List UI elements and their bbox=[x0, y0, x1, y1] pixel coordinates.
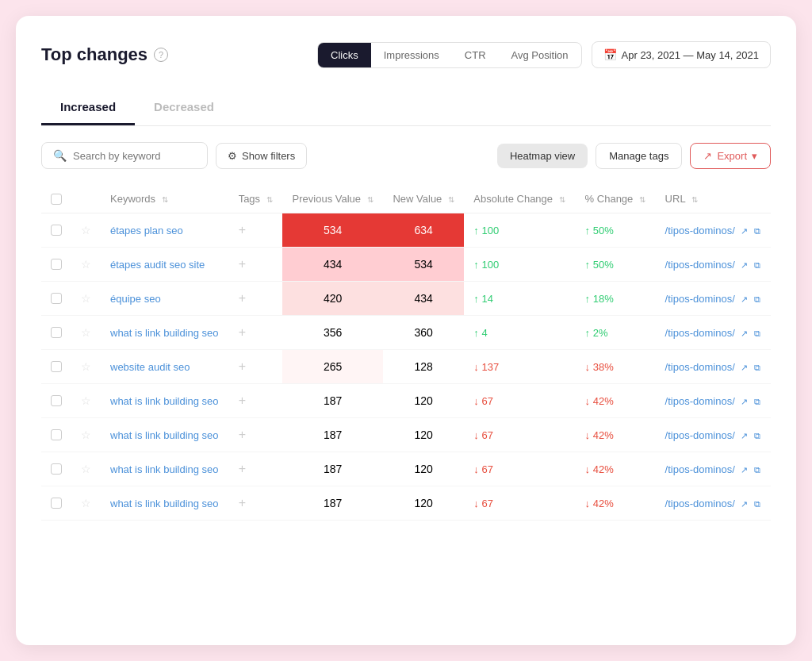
add-tag-button[interactable]: + bbox=[239, 394, 246, 407]
search-input[interactable] bbox=[73, 150, 196, 162]
copy-icon[interactable]: ⧉ bbox=[754, 397, 760, 406]
row-star-cell: ☆ bbox=[71, 316, 101, 350]
th-star bbox=[71, 185, 101, 213]
keyword-link[interactable]: what is link building seo bbox=[110, 498, 219, 509]
filter-icon: ⚙ bbox=[228, 150, 237, 162]
sort-abs-icon[interactable]: ⇅ bbox=[559, 195, 565, 204]
metric-tabs: Clicks Impressions CTR Avg Position bbox=[317, 42, 582, 68]
date-range-picker[interactable]: 📅 Apr 23, 2021 — May 14, 2021 bbox=[592, 41, 771, 68]
keyword-link[interactable]: website audit seo bbox=[110, 361, 190, 373]
external-link-icon[interactable]: ↗ bbox=[741, 363, 748, 372]
row-checkbox[interactable] bbox=[51, 293, 62, 304]
add-tag-button[interactable]: + bbox=[239, 291, 246, 305]
select-all-checkbox[interactable] bbox=[51, 194, 62, 205]
row-checkbox[interactable] bbox=[51, 429, 62, 440]
th-keywords: Keywords ⇅ bbox=[101, 185, 229, 213]
pct-change-value: ↓ 42% bbox=[585, 498, 614, 509]
pct-change-cell: ↓ 42% bbox=[576, 452, 656, 486]
sort-keywords-icon[interactable]: ⇅ bbox=[162, 195, 168, 204]
sort-url-icon[interactable]: ⇅ bbox=[691, 195, 698, 204]
url-link[interactable]: /tipos-dominos/ bbox=[665, 463, 735, 475]
url-link[interactable]: /tipos-dominos/ bbox=[665, 327, 735, 339]
url-link[interactable]: /tipos-dominos/ bbox=[665, 259, 735, 271]
url-link[interactable]: /tipos-dominos/ bbox=[665, 225, 735, 236]
tab-avg-position[interactable]: Avg Position bbox=[499, 43, 581, 67]
new-value-cell: 128 bbox=[383, 350, 464, 384]
copy-icon[interactable]: ⧉ bbox=[754, 465, 760, 475]
add-tag-button[interactable]: + bbox=[239, 223, 246, 236]
sort-pct-icon[interactable]: ⇅ bbox=[639, 195, 645, 204]
pct-change-cell: ↓ 42% bbox=[576, 418, 656, 452]
url-link[interactable]: /tipos-dominos/ bbox=[665, 395, 735, 407]
keyword-link[interactable]: équipe seo bbox=[110, 293, 161, 305]
copy-icon[interactable]: ⧉ bbox=[754, 431, 760, 440]
url-link[interactable]: /tipos-dominos/ bbox=[665, 429, 735, 441]
star-icon[interactable]: ☆ bbox=[81, 463, 91, 475]
keyword-link[interactable]: what is link building seo bbox=[110, 327, 219, 339]
copy-icon[interactable]: ⧉ bbox=[754, 363, 760, 372]
tab-increased[interactable]: Increased bbox=[41, 90, 135, 125]
manage-tags-button[interactable]: Manage tags bbox=[596, 143, 682, 169]
url-link[interactable]: /tipos-dominos/ bbox=[665, 498, 735, 509]
sort-tags-icon[interactable]: ⇅ bbox=[266, 195, 273, 204]
keyword-link[interactable]: what is link building seo bbox=[110, 395, 219, 407]
url-link[interactable]: /tipos-dominos/ bbox=[665, 293, 735, 305]
external-link-icon[interactable]: ↗ bbox=[741, 260, 748, 270]
keyword-link[interactable]: étapes plan seo bbox=[110, 225, 183, 236]
heatmap-view-button[interactable]: Heatmap view bbox=[497, 144, 588, 168]
star-icon[interactable]: ☆ bbox=[81, 326, 91, 339]
external-link-icon[interactable]: ↗ bbox=[741, 294, 748, 304]
add-tag-button[interactable]: + bbox=[239, 325, 246, 339]
export-button[interactable]: ↗ Export ▾ bbox=[690, 143, 771, 169]
new-value-cell: 120 bbox=[383, 384, 464, 418]
help-icon[interactable]: ? bbox=[154, 48, 168, 62]
add-tag-button[interactable]: + bbox=[239, 257, 246, 271]
row-checkbox[interactable] bbox=[51, 463, 62, 475]
row-checkbox-cell bbox=[41, 213, 71, 248]
star-icon[interactable]: ☆ bbox=[81, 292, 91, 305]
add-tag-button[interactable]: + bbox=[239, 462, 246, 475]
star-icon[interactable]: ☆ bbox=[81, 497, 91, 509]
copy-icon[interactable]: ⧉ bbox=[754, 329, 760, 338]
tab-impressions[interactable]: Impressions bbox=[371, 43, 452, 67]
copy-icon[interactable]: ⧉ bbox=[754, 260, 760, 270]
tab-ctr[interactable]: CTR bbox=[452, 43, 499, 67]
add-tag-button[interactable]: + bbox=[239, 496, 246, 509]
star-icon[interactable]: ☆ bbox=[81, 258, 91, 271]
show-filters-button[interactable]: ⚙ Show filters bbox=[216, 143, 307, 169]
prev-value-cell: 434 bbox=[282, 248, 383, 282]
keyword-link[interactable]: what is link building seo bbox=[110, 429, 219, 441]
sort-new-icon[interactable]: ⇅ bbox=[448, 195, 454, 204]
external-link-icon[interactable]: ↗ bbox=[741, 397, 748, 406]
row-checkbox-cell bbox=[41, 486, 71, 521]
keyword-link[interactable]: étapes audit seo site bbox=[110, 259, 205, 271]
row-checkbox[interactable] bbox=[51, 327, 62, 338]
external-link-icon[interactable]: ↗ bbox=[741, 465, 748, 475]
new-value-cell: 360 bbox=[383, 316, 464, 350]
header-right: Clicks Impressions CTR Avg Position 📅 Ap… bbox=[317, 41, 771, 68]
row-checkbox[interactable] bbox=[51, 361, 62, 372]
add-tag-button[interactable]: + bbox=[239, 428, 246, 441]
row-checkbox[interactable] bbox=[51, 225, 62, 236]
star-icon[interactable]: ☆ bbox=[81, 428, 91, 441]
external-link-icon[interactable]: ↗ bbox=[741, 226, 748, 236]
tab-clicks[interactable]: Clicks bbox=[318, 43, 371, 67]
external-link-icon[interactable]: ↗ bbox=[741, 329, 748, 338]
star-icon[interactable]: ☆ bbox=[81, 360, 91, 373]
external-link-icon[interactable]: ↗ bbox=[741, 499, 748, 509]
abs-change-cell: ↑ 4 bbox=[464, 316, 575, 350]
sort-prev-icon[interactable]: ⇅ bbox=[367, 195, 373, 204]
row-checkbox[interactable] bbox=[51, 259, 62, 270]
star-icon[interactable]: ☆ bbox=[81, 224, 91, 236]
row-checkbox[interactable] bbox=[51, 498, 62, 509]
keyword-link[interactable]: what is link building seo bbox=[110, 463, 219, 475]
external-link-icon[interactable]: ↗ bbox=[741, 431, 748, 440]
row-checkbox[interactable] bbox=[51, 395, 62, 406]
copy-icon[interactable]: ⧉ bbox=[754, 499, 760, 509]
tab-decreased[interactable]: Decreased bbox=[135, 90, 233, 125]
add-tag-button[interactable]: + bbox=[239, 359, 246, 373]
star-icon[interactable]: ☆ bbox=[81, 394, 91, 407]
copy-icon[interactable]: ⧉ bbox=[754, 294, 760, 304]
copy-icon[interactable]: ⧉ bbox=[754, 226, 760, 236]
url-link[interactable]: /tipos-dominos/ bbox=[665, 361, 735, 373]
